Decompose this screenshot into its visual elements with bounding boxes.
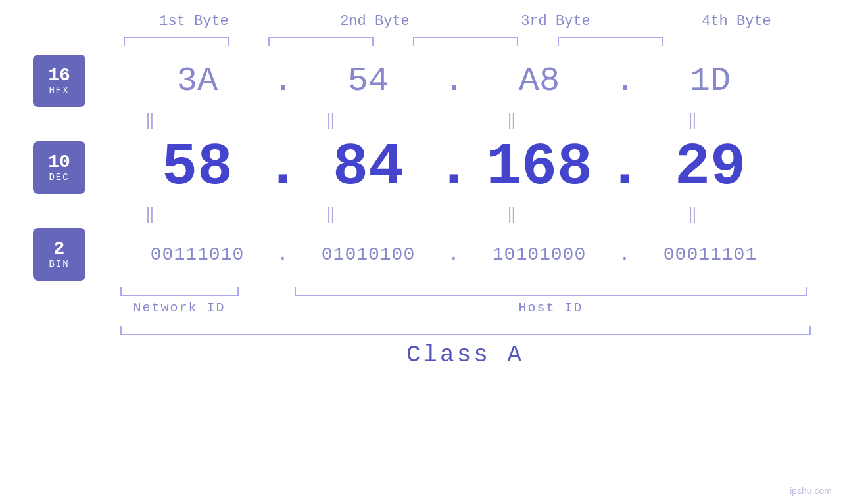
- hex-dot1: .: [270, 62, 296, 101]
- hex-values: 3A . 54 . A8 . 1D: [125, 62, 845, 101]
- bin-v4: 00011101: [664, 244, 757, 265]
- eq1-4: ‖: [621, 111, 766, 130]
- bin-v3: 10101000: [493, 244, 586, 265]
- hex-v2: 54: [348, 62, 389, 101]
- hex-v1: 3A: [177, 62, 218, 101]
- bin-dot3: .: [612, 244, 638, 265]
- bin-values: 00111010 . 01010100 . 10101000 . 0001110…: [125, 244, 845, 265]
- hex-v3-cell: A8: [467, 62, 612, 101]
- bracket-top-2: [268, 37, 374, 46]
- equals-row-1: ‖ ‖ ‖ ‖: [61, 111, 785, 130]
- eq2-1: ‖: [79, 205, 224, 224]
- bracket-top-3: [413, 37, 518, 46]
- hex-v4: 1D: [690, 62, 731, 101]
- dec-v3: 168: [486, 134, 592, 201]
- bin-badge: 2 BIN: [33, 228, 85, 281]
- bin-dot2: .: [441, 244, 467, 265]
- eq1-1: ‖: [79, 111, 224, 130]
- overall-bracket-row: [104, 326, 827, 335]
- equals-row-2: ‖ ‖ ‖ ‖: [61, 205, 785, 224]
- hex-v2-cell: 54: [296, 62, 441, 101]
- bin-v2-cell: 01010100: [296, 244, 441, 265]
- dec-v4-cell: 29: [638, 134, 783, 201]
- id-labels-row: Network ID Host ID: [104, 300, 827, 315]
- dec-v1-cell: 58: [125, 134, 270, 201]
- eq2-2: ‖: [260, 205, 404, 224]
- hex-row: 16 HEX 3A . 54 . A8 . 1D: [0, 55, 845, 107]
- hex-v4-cell: 1D: [638, 62, 783, 101]
- hex-v1-cell: 3A: [125, 62, 270, 101]
- bin-v3-cell: 10101000: [467, 244, 612, 265]
- top-brackets: [104, 35, 827, 48]
- main-container: 1st Byte 2nd Byte 3rd Byte 4th Byte 16 H…: [0, 0, 845, 504]
- top-bracket-3: [393, 35, 538, 48]
- bracket-top-1: [124, 37, 229, 46]
- dec-v2-cell: 84: [296, 134, 441, 201]
- dec-row: 10 DEC 58 . 84 . 168 . 29: [0, 134, 845, 201]
- dec-v1: 58: [162, 134, 233, 201]
- byte4-label: 4th Byte: [664, 13, 809, 30]
- host-bracket: [295, 287, 807, 296]
- dec-badge-label: DEC: [49, 172, 69, 183]
- hex-dot2: .: [441, 62, 467, 101]
- bin-v1-cell: 00111010: [125, 244, 270, 265]
- host-bracket-container: [281, 287, 827, 296]
- top-bracket-2: [249, 35, 393, 48]
- hex-v3: A8: [519, 62, 560, 101]
- eq2-3: ‖: [441, 205, 585, 224]
- bin-badge-number: 2: [54, 239, 65, 260]
- bin-v4-cell: 00011101: [638, 244, 783, 265]
- top-bracket-4: [538, 35, 683, 48]
- hex-badge-number: 16: [48, 66, 70, 86]
- eq1-3: ‖: [441, 111, 585, 130]
- hex-badge: 16 HEX: [33, 55, 85, 107]
- bin-v2: 01010100: [322, 244, 415, 265]
- network-bracket-container: [104, 287, 255, 296]
- overall-bracket: [120, 326, 811, 335]
- dec-v4: 29: [675, 134, 746, 201]
- byte3-label: 3rd Byte: [483, 13, 628, 30]
- bin-v1: 00111010: [151, 244, 244, 265]
- dec-values: 58 . 84 . 168 . 29: [125, 134, 845, 201]
- bin-dot1: .: [270, 244, 296, 265]
- bin-row: 2 BIN 00111010 . 01010100 . 10101000 .: [0, 228, 845, 281]
- hex-dot3: .: [612, 62, 638, 101]
- class-label-row: Class A: [104, 342, 827, 369]
- eq2-4: ‖: [621, 205, 766, 224]
- byte1-label: 1st Byte: [122, 13, 266, 30]
- byte-headers: 1st Byte 2nd Byte 3rd Byte 4th Byte: [104, 13, 827, 30]
- dec-dot3: .: [612, 134, 638, 201]
- byte2-label: 2nd Byte: [302, 13, 447, 30]
- eq1-2: ‖: [260, 111, 404, 130]
- host-id-label: Host ID: [281, 300, 827, 315]
- top-bracket-1: [104, 35, 249, 48]
- gap2: [255, 300, 281, 315]
- hex-badge-label: HEX: [49, 85, 69, 96]
- dec-badge: 10 DEC: [33, 141, 85, 194]
- bottom-brackets-row: [104, 287, 827, 296]
- network-id-label: Network ID: [104, 300, 255, 315]
- dec-dot2: .: [441, 134, 467, 201]
- watermark: ipshu.com: [790, 486, 832, 496]
- bracket-top-4: [558, 37, 663, 46]
- class-label: Class A: [406, 342, 524, 369]
- dec-v3-cell: 168: [467, 134, 612, 201]
- dec-dot1: .: [270, 134, 296, 201]
- network-bracket: [120, 287, 239, 296]
- dec-v2: 84: [333, 134, 404, 201]
- bin-badge-label: BIN: [49, 259, 69, 269]
- dec-badge-number: 10: [48, 152, 70, 173]
